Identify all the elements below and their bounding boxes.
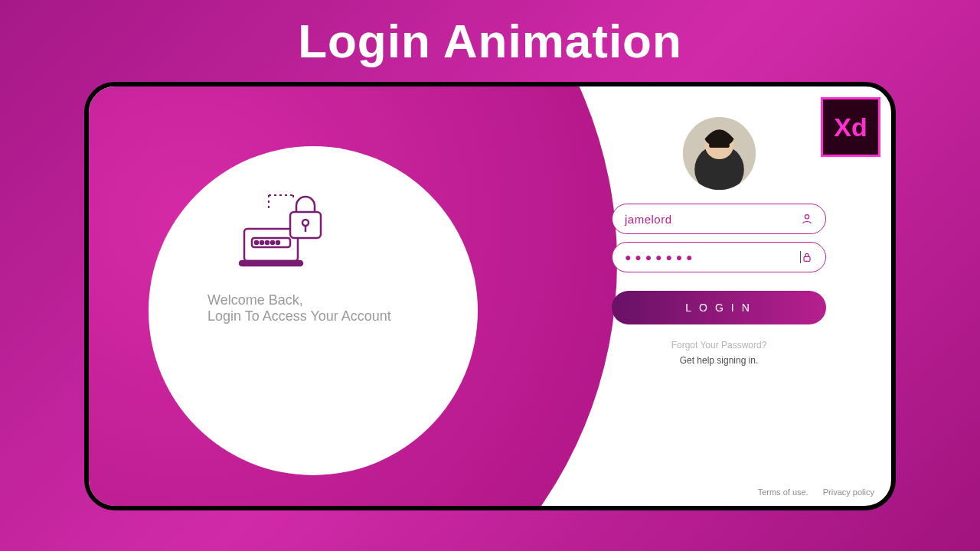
password-value: ● ● ● ● ● ● ● (625, 251, 799, 263)
login-form: jamelord ● ● ● ● ● ● ● LOGIN Forgot Your… (593, 117, 845, 366)
terms-link[interactable]: Terms of use. (758, 487, 808, 497)
device-frame: Welcome Back, Login To Access Your Accou… (84, 82, 896, 510)
svg-point-6 (271, 241, 274, 244)
svg-rect-19 (804, 256, 810, 261)
svg-point-5 (266, 241, 269, 244)
welcome-block: Welcome Back, Login To Access Your Accou… (207, 194, 460, 324)
svg-point-4 (260, 241, 263, 244)
svg-point-3 (255, 241, 258, 244)
secure-login-illustration (238, 194, 330, 274)
username-field[interactable]: jamelord (612, 204, 826, 234)
welcome-line-1: Welcome Back, (207, 292, 460, 308)
svg-rect-1 (240, 261, 302, 266)
adobe-xd-badge: Xd (821, 97, 880, 157)
xd-badge-label: Xd (834, 112, 867, 142)
login-button[interactable]: LOGIN (612, 291, 826, 324)
user-icon (801, 213, 813, 225)
username-value: jamelord (625, 213, 801, 226)
footer-links: Terms of use. Privacy policy (746, 487, 874, 497)
welcome-line-2: Login To Access Your Account (207, 308, 460, 324)
lock-icon (801, 251, 813, 263)
svg-point-18 (805, 215, 808, 219)
password-field[interactable]: ● ● ● ● ● ● ● (612, 242, 826, 272)
forgot-password-link[interactable]: Forgot Your Password? (671, 340, 767, 350)
get-help-link[interactable]: Get help signing in. (680, 355, 759, 366)
svg-rect-17 (709, 143, 730, 148)
avatar (683, 117, 756, 190)
privacy-link[interactable]: Privacy policy (823, 487, 874, 497)
svg-point-7 (276, 241, 279, 244)
page-headline: Login Animation (298, 14, 682, 68)
